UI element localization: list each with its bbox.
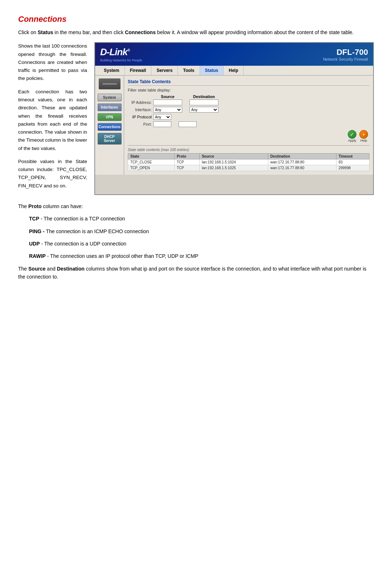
cell-state-2: TCP_OPEN [128,165,175,171]
ip-address-row: IP Address: [128,100,369,105]
col-header-destination: Destination [268,154,336,159]
cell-source-1: lan:192.168.1.5:1024 [199,159,268,165]
proto-rawip: RAWIP - The connection uses an IP protoc… [29,252,374,260]
help-label: Help [360,139,367,142]
col-header-state: State [128,154,175,159]
nav-help[interactable]: Help [224,66,244,75]
port-label: Port: [128,122,153,126]
apply-button[interactable]: ✓ Apply [348,130,356,142]
col-header-source: Source [199,154,268,159]
dlink-main: System Interfaces VPN Connections DHCP S… [95,76,373,175]
interface-label: Interface: [128,107,153,112]
source-header: Source [153,94,182,99]
dlink-product-info: DFL-700 Network Security Firewall [323,48,368,61]
dlink-desc: Network Security Firewall [323,57,368,61]
destination-header: Destination [189,94,219,99]
state-table-note: State table contents (max 100 entries) [128,148,369,152]
dlink-header: D-Link® Building Networks for People DFL… [95,43,373,66]
dlink-model: DFL-700 [323,48,368,57]
page-title: Connections [18,15,374,24]
port-dest-input[interactable] [179,121,197,127]
apply-label: Apply [348,139,356,142]
nav-servers[interactable]: Servers [151,66,178,75]
ip-address-label: IP Address: [128,100,153,105]
cell-state-1: TCP_CLOSE [128,159,175,165]
dlink-tagline: Building Networks for People [100,58,142,62]
sidebar-btn-interfaces[interactable]: Interfaces [98,104,122,111]
after-window-content: The Proto column can have: TCP - The con… [18,202,374,281]
proto-udp: UDP - The connection is a UDP connection [29,240,374,248]
interface-row: Interface: Any Any [128,107,369,113]
dlink-content-panel: State Table Contents Filter state table … [124,76,373,175]
dlink-logo-text: D-Link® [100,46,142,58]
ip-address-dest-input[interactable] [189,100,219,105]
interface-source-select[interactable]: Any [153,107,182,113]
ip-protocol-row: IP Protocol Any [128,114,369,120]
dlink-sidebar: System Interfaces VPN Connections DHCP S… [95,76,124,175]
source-dest-explanation: The Source and Destination columns show … [18,265,374,281]
dlink-window: D-Link® Building Networks for People DFL… [94,42,374,195]
help-icon: + [359,130,368,139]
sidebar-btn-connections[interactable]: Connections [98,123,122,131]
para-shows-connections: Shows the last 100 connections opened th… [18,42,87,82]
dlink-logo-area: D-Link® Building Networks for People [100,46,142,62]
cell-dest-2: wan:172.16.77.88:80 [268,165,336,171]
cell-dest-1: wan:172.16.77.88:80 [268,159,336,165]
cell-timeout-1: 83 [336,159,369,165]
state-table-section: State table contents (max 100 entries) S… [128,145,369,171]
intro-paragraph: Click on Status in the menu bar, and the… [18,28,374,36]
proto-intro: The Proto column can have: [18,202,374,210]
sidebar-btn-system[interactable]: System [98,94,122,101]
proto-ping: PING - The connection is an ICMP ECHO co… [29,227,374,235]
device-icon [99,78,121,89]
table-row: TCP_OPEN TCP lan:192.168.1.5:1025 wan:17… [128,165,369,171]
nav-tools[interactable]: Tools [178,66,200,75]
cell-proto-1: TCP [174,159,199,165]
sidebar-btn-vpn[interactable]: VPN [98,113,122,121]
ip-address-source-input[interactable] [153,100,182,105]
table-row: TCP_CLOSE TCP lan:192.168.1.5:1024 wan:1… [128,159,369,165]
dlink-nav: System Firewall Servers Tools Status Hel… [95,66,373,76]
port-source-input[interactable] [153,121,171,127]
filter-label: Filter state table display: [128,88,369,92]
ip-protocol-select[interactable]: Any [153,114,171,120]
nav-firewall[interactable]: Firewall [125,66,152,75]
para-state-values: Possible values in the State column incl… [18,158,87,190]
cell-source-2: lan:192.168.1.5:1025 [199,165,268,171]
nav-status[interactable]: Status [200,66,224,75]
main-content-area: Shows the last 100 connections opened th… [18,42,374,195]
cell-timeout-2: 299998 [336,165,369,171]
sidebar-btn-dhcp[interactable]: DHCP Server [98,133,122,145]
help-button[interactable]: + Help [359,130,368,142]
panel-title: State Table Contents [128,79,369,86]
col-header-proto: Proto [174,154,199,159]
cell-proto-2: TCP [174,165,199,171]
proto-list: TCP - The connection is a TCP connection… [29,215,374,260]
left-description: Shows the last 100 connections opened th… [18,42,87,195]
ip-protocol-label: IP Protocol [128,115,153,119]
interface-dest-select[interactable]: Any [189,107,219,113]
registered-mark: ® [127,49,130,53]
proto-tcp: TCP - The connection is a TCP connection [29,215,374,223]
action-bar: ✓ Apply + Help [128,130,369,142]
nav-system[interactable]: System [99,66,125,75]
col-header-timeout: Timeout [336,154,369,159]
dlink-brand: D-Link [100,46,127,57]
para-timeout-values: Each connection has two timeout values, … [18,88,87,153]
apply-icon: ✓ [348,130,356,139]
state-table: State Proto Source Destination Timeout T… [128,153,369,171]
port-row: Port: [128,121,369,127]
